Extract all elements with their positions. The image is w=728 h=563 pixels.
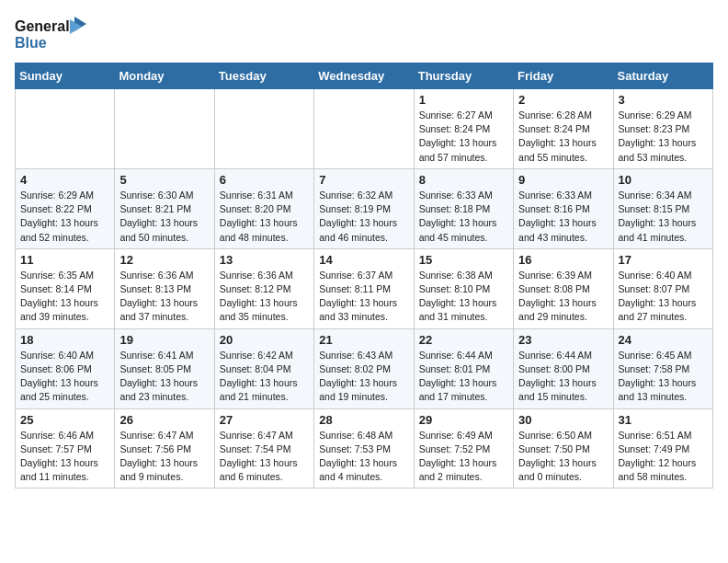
calendar-cell: 25Sunrise: 6:46 AM Sunset: 7:57 PM Dayli… — [16, 408, 115, 488]
week-row-3: 11Sunrise: 6:35 AM Sunset: 8:14 PM Dayli… — [16, 248, 713, 328]
day-number: 1 — [419, 93, 508, 107]
day-number: 30 — [518, 413, 608, 427]
day-number: 22 — [419, 333, 508, 347]
calendar-cell: 5Sunrise: 6:30 AM Sunset: 8:21 PM Daylig… — [115, 168, 214, 248]
day-number: 5 — [119, 173, 209, 187]
calendar-cell: 16Sunrise: 6:39 AM Sunset: 8:08 PM Dayli… — [514, 248, 613, 328]
day-info: Sunrise: 6:30 AM Sunset: 8:21 PM Dayligh… — [119, 189, 209, 245]
calendar-cell: 29Sunrise: 6:49 AM Sunset: 7:52 PM Dayli… — [414, 408, 513, 488]
logo: GeneralBlue — [15, 15, 88, 52]
svg-text:General: General — [15, 18, 70, 34]
weekday-header-row: SundayMondayTuesdayWednesdayThursdayFrid… — [16, 63, 713, 89]
day-number: 26 — [119, 413, 209, 427]
day-info: Sunrise: 6:51 AM Sunset: 7:49 PM Dayligh… — [619, 429, 708, 485]
week-row-4: 18Sunrise: 6:40 AM Sunset: 8:06 PM Dayli… — [16, 328, 713, 408]
calendar-body: 1Sunrise: 6:27 AM Sunset: 8:24 PM Daylig… — [16, 89, 713, 488]
day-info: Sunrise: 6:29 AM Sunset: 8:22 PM Dayligh… — [20, 189, 109, 245]
day-info: Sunrise: 6:50 AM Sunset: 7:50 PM Dayligh… — [518, 429, 608, 485]
day-number: 13 — [220, 253, 309, 267]
day-info: Sunrise: 6:39 AM Sunset: 8:08 PM Dayligh… — [518, 269, 608, 325]
day-info: Sunrise: 6:28 AM Sunset: 8:24 PM Dayligh… — [518, 109, 608, 165]
day-number: 15 — [419, 253, 508, 267]
day-number: 25 — [20, 413, 109, 427]
day-number: 19 — [119, 333, 209, 347]
day-number: 24 — [619, 333, 708, 347]
weekday-sunday: Sunday — [16, 63, 115, 89]
calendar-cell: 27Sunrise: 6:47 AM Sunset: 7:54 PM Dayli… — [214, 408, 313, 488]
day-info: Sunrise: 6:27 AM Sunset: 8:24 PM Dayligh… — [419, 109, 508, 165]
calendar-cell: 13Sunrise: 6:36 AM Sunset: 8:12 PM Dayli… — [214, 248, 313, 328]
calendar-cell: 7Sunrise: 6:32 AM Sunset: 8:19 PM Daylig… — [314, 168, 414, 248]
calendar-cell: 18Sunrise: 6:40 AM Sunset: 8:06 PM Dayli… — [16, 328, 115, 408]
week-row-1: 1Sunrise: 6:27 AM Sunset: 8:24 PM Daylig… — [16, 89, 713, 169]
day-info: Sunrise: 6:44 AM Sunset: 8:00 PM Dayligh… — [518, 349, 608, 405]
day-number: 17 — [619, 253, 708, 267]
calendar-cell: 21Sunrise: 6:43 AM Sunset: 8:02 PM Dayli… — [314, 328, 414, 408]
day-number: 18 — [20, 333, 109, 347]
calendar-cell — [16, 89, 115, 169]
page-header: GeneralBlue — [15, 15, 713, 52]
day-number: 27 — [220, 413, 309, 427]
day-info: Sunrise: 6:41 AM Sunset: 8:05 PM Dayligh… — [119, 349, 209, 405]
day-number: 31 — [619, 413, 708, 427]
calendar-cell: 31Sunrise: 6:51 AM Sunset: 7:49 PM Dayli… — [613, 408, 712, 488]
svg-text:Blue: Blue — [15, 35, 47, 51]
day-info: Sunrise: 6:43 AM Sunset: 8:02 PM Dayligh… — [319, 349, 408, 405]
day-info: Sunrise: 6:37 AM Sunset: 8:11 PM Dayligh… — [319, 269, 408, 325]
day-number: 9 — [518, 173, 608, 187]
calendar-cell: 8Sunrise: 6:33 AM Sunset: 8:18 PM Daylig… — [414, 168, 513, 248]
day-number: 10 — [619, 173, 708, 187]
calendar-cell: 20Sunrise: 6:42 AM Sunset: 8:04 PM Dayli… — [214, 328, 313, 408]
day-number: 28 — [319, 413, 408, 427]
calendar-cell: 6Sunrise: 6:31 AM Sunset: 8:20 PM Daylig… — [214, 168, 313, 248]
calendar-cell: 10Sunrise: 6:34 AM Sunset: 8:15 PM Dayli… — [613, 168, 712, 248]
day-info: Sunrise: 6:48 AM Sunset: 7:53 PM Dayligh… — [319, 429, 408, 485]
day-number: 12 — [119, 253, 209, 267]
day-number: 14 — [319, 253, 408, 267]
weekday-monday: Monday — [115, 63, 214, 89]
day-info: Sunrise: 6:33 AM Sunset: 8:18 PM Dayligh… — [419, 189, 508, 245]
day-number: 3 — [619, 93, 708, 107]
week-row-5: 25Sunrise: 6:46 AM Sunset: 7:57 PM Dayli… — [16, 408, 713, 488]
calendar-cell: 17Sunrise: 6:40 AM Sunset: 8:07 PM Dayli… — [613, 248, 712, 328]
day-info: Sunrise: 6:40 AM Sunset: 8:06 PM Dayligh… — [20, 349, 109, 405]
day-info: Sunrise: 6:38 AM Sunset: 8:10 PM Dayligh… — [419, 269, 508, 325]
day-info: Sunrise: 6:32 AM Sunset: 8:19 PM Dayligh… — [319, 189, 408, 245]
day-number: 11 — [20, 253, 109, 267]
day-number: 16 — [518, 253, 608, 267]
day-info: Sunrise: 6:42 AM Sunset: 8:04 PM Dayligh… — [220, 349, 309, 405]
calendar-cell: 11Sunrise: 6:35 AM Sunset: 8:14 PM Dayli… — [16, 248, 115, 328]
calendar-cell: 15Sunrise: 6:38 AM Sunset: 8:10 PM Dayli… — [414, 248, 513, 328]
calendar-cell: 4Sunrise: 6:29 AM Sunset: 8:22 PM Daylig… — [16, 168, 115, 248]
weekday-saturday: Saturday — [613, 63, 712, 89]
day-info: Sunrise: 6:29 AM Sunset: 8:23 PM Dayligh… — [619, 109, 708, 165]
day-number: 7 — [319, 173, 408, 187]
calendar-cell — [314, 89, 414, 169]
day-number: 2 — [518, 93, 608, 107]
calendar-cell: 26Sunrise: 6:47 AM Sunset: 7:56 PM Dayli… — [115, 408, 214, 488]
calendar-cell: 14Sunrise: 6:37 AM Sunset: 8:11 PM Dayli… — [314, 248, 414, 328]
day-number: 20 — [220, 333, 309, 347]
day-info: Sunrise: 6:31 AM Sunset: 8:20 PM Dayligh… — [220, 189, 309, 245]
day-info: Sunrise: 6:47 AM Sunset: 7:54 PM Dayligh… — [220, 429, 309, 485]
day-info: Sunrise: 6:46 AM Sunset: 7:57 PM Dayligh… — [20, 429, 109, 485]
day-info: Sunrise: 6:36 AM Sunset: 8:12 PM Dayligh… — [220, 269, 309, 325]
day-number: 6 — [220, 173, 309, 187]
logo-icon: GeneralBlue — [15, 15, 88, 52]
day-number: 8 — [419, 173, 508, 187]
calendar-cell: 2Sunrise: 6:28 AM Sunset: 8:24 PM Daylig… — [514, 89, 613, 169]
week-row-2: 4Sunrise: 6:29 AM Sunset: 8:22 PM Daylig… — [16, 168, 713, 248]
day-info: Sunrise: 6:34 AM Sunset: 8:15 PM Dayligh… — [619, 189, 708, 245]
day-info: Sunrise: 6:44 AM Sunset: 8:01 PM Dayligh… — [419, 349, 508, 405]
calendar-cell: 28Sunrise: 6:48 AM Sunset: 7:53 PM Dayli… — [314, 408, 414, 488]
day-info: Sunrise: 6:40 AM Sunset: 8:07 PM Dayligh… — [619, 269, 708, 325]
day-number: 21 — [319, 333, 408, 347]
weekday-thursday: Thursday — [414, 63, 513, 89]
calendar-cell — [115, 89, 214, 169]
weekday-tuesday: Tuesday — [214, 63, 313, 89]
day-info: Sunrise: 6:35 AM Sunset: 8:14 PM Dayligh… — [20, 269, 109, 325]
calendar-cell — [214, 89, 313, 169]
calendar-cell: 24Sunrise: 6:45 AM Sunset: 7:58 PM Dayli… — [613, 328, 712, 408]
day-number: 23 — [518, 333, 608, 347]
calendar-cell: 9Sunrise: 6:33 AM Sunset: 8:16 PM Daylig… — [514, 168, 613, 248]
